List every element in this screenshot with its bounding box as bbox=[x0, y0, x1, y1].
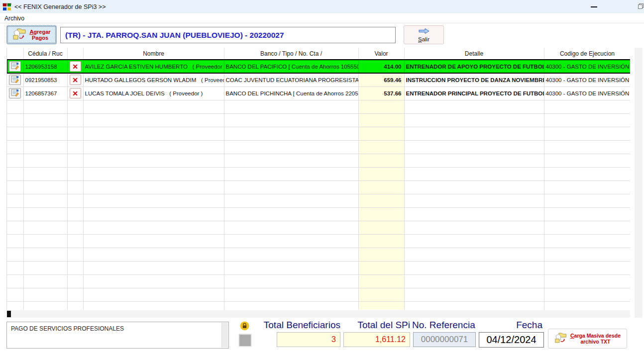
codigo-cell bbox=[544, 140, 630, 154]
header-codigo: Codigo de Ejecucion bbox=[544, 48, 630, 60]
delete-row-button[interactable]: ✕ bbox=[70, 61, 81, 72]
add-payments-folder-icon bbox=[12, 28, 27, 42]
codigo-cell: 40300 - GASTO DE INVERSIÓN bbox=[544, 87, 630, 100]
delete-row-button[interactable]: ✕ bbox=[70, 88, 81, 98]
minimize-button[interactable] bbox=[583, 0, 604, 13]
valor-cell bbox=[358, 194, 404, 207]
codigo-cell bbox=[544, 274, 630, 288]
codigo-cell bbox=[544, 288, 630, 301]
cedula-cell bbox=[23, 100, 67, 113]
edit-cell bbox=[7, 180, 23, 194]
codigo-cell bbox=[544, 301, 630, 310]
menu-bar: Archivo bbox=[0, 13, 644, 23]
nombre-cell bbox=[83, 261, 224, 274]
codigo-cell bbox=[544, 167, 630, 180]
agregar-pagos-button[interactable]: AgregarPagos bbox=[6, 25, 57, 44]
carga-masiva-button[interactable]: Carga Masiva desdearchivo TXT bbox=[548, 329, 627, 349]
cedula-cell bbox=[23, 154, 67, 167]
detalle-cell bbox=[404, 167, 544, 180]
concepto-textarea[interactable]: PAGO DE SERVICIOS PROFESIONALES bbox=[6, 322, 229, 349]
edit-cell bbox=[7, 234, 23, 248]
valor-cell bbox=[358, 207, 404, 221]
gray-square-button[interactable] bbox=[238, 334, 252, 347]
valor-cell: 537.66 bbox=[358, 87, 404, 100]
header-edit-column bbox=[7, 48, 23, 60]
table-row-empty bbox=[7, 194, 630, 207]
edit-row-button[interactable] bbox=[9, 88, 21, 98]
edit-cell bbox=[7, 113, 23, 127]
codigo-cell bbox=[544, 234, 630, 248]
delete-cell bbox=[67, 261, 83, 274]
maximize-button[interactable] bbox=[630, 0, 644, 13]
lock-icon bbox=[240, 321, 249, 331]
table-row[interactable]: 0921950853✕HURTADO GALLEGOS GERSON WLADI… bbox=[7, 73, 630, 87]
delete-cell bbox=[67, 234, 83, 248]
table-body: 1206953158✕AVILEZ GARCIA ESTIVEN HUMBERT… bbox=[7, 60, 630, 310]
delete-cell bbox=[67, 140, 83, 154]
edit-cell bbox=[7, 274, 23, 288]
edit-cell bbox=[7, 154, 23, 167]
banco-cell bbox=[224, 154, 358, 167]
banco-cell bbox=[224, 167, 358, 180]
banco-cell bbox=[224, 180, 358, 194]
banco-cell: BANCO DEL PACIFICO [ Cuenta de Ahorros 1… bbox=[224, 60, 358, 73]
header-delete-column bbox=[67, 48, 83, 60]
banco-cell bbox=[224, 140, 358, 154]
banco-cell bbox=[224, 113, 358, 127]
table-row[interactable]: 1206857367✕LUCAS TOMALA JOEL DEIVIS ( Pr… bbox=[7, 87, 630, 100]
nombre-cell bbox=[83, 127, 224, 140]
table-row[interactable]: 1206953158✕AVILEZ GARCIA ESTIVEN HUMBERT… bbox=[7, 60, 630, 73]
cedula-cell: 0921950853 bbox=[23, 73, 67, 87]
total-beneficiarios-field: 3 bbox=[277, 332, 340, 347]
edit-row-button[interactable] bbox=[9, 61, 21, 72]
valor-cell bbox=[358, 301, 404, 310]
menu-archivo[interactable]: Archivo bbox=[0, 14, 29, 23]
banco-cell: BANCO DEL PICHINCHA [ Cuenta de Ahorros … bbox=[224, 87, 358, 100]
header-nombre: Nombre bbox=[83, 48, 224, 60]
fecha-field[interactable]: 04/12/2024 bbox=[479, 332, 544, 348]
horizontal-scrollbar[interactable] bbox=[6, 310, 630, 318]
delete-row-button[interactable]: ✕ bbox=[70, 75, 81, 85]
edit-row-button[interactable] bbox=[9, 75, 21, 85]
table-row-empty bbox=[7, 154, 630, 167]
header-banco: Banco / Tipo / No. Cta / bbox=[224, 48, 358, 60]
table-row-empty bbox=[7, 261, 630, 274]
table-row-empty bbox=[7, 140, 630, 154]
nombre-cell: HURTADO GALLEGOS GERSON WLADIM ( Proveed… bbox=[83, 73, 224, 87]
cedula-cell: 1206953158 bbox=[23, 60, 67, 73]
banco-cell: COAC JUVENTUD ECUATORIANA PROGRESISTA LT… bbox=[224, 73, 358, 87]
delete-x-icon: ✕ bbox=[72, 77, 78, 84]
minimize-icon bbox=[591, 6, 597, 7]
cedula-cell bbox=[23, 140, 67, 154]
entity-title-field[interactable]: (TR) - JTA. PARROQ.SAN JUAN (PUEBLOVIEJO… bbox=[60, 27, 396, 43]
edit-form-icon bbox=[11, 76, 19, 85]
table-row-empty bbox=[7, 221, 630, 234]
valor-cell bbox=[358, 221, 404, 234]
codigo-cell bbox=[544, 248, 630, 261]
edit-form-icon bbox=[11, 89, 19, 98]
detalle-cell bbox=[404, 180, 544, 194]
valor-cell bbox=[358, 100, 404, 113]
concepto-scrollbar[interactable] bbox=[221, 323, 228, 348]
edit-form-icon bbox=[11, 62, 19, 71]
codigo-cell bbox=[544, 100, 630, 113]
cedula-cell bbox=[23, 288, 67, 301]
banco-cell bbox=[224, 100, 358, 113]
horizontal-scrollbar-thumb[interactable] bbox=[7, 311, 11, 317]
detalle-cell bbox=[404, 127, 544, 140]
cedula-cell bbox=[23, 127, 67, 140]
codigo-cell bbox=[544, 221, 630, 234]
salir-button[interactable]: Salir bbox=[404, 25, 444, 44]
banco-cell bbox=[224, 288, 358, 301]
edit-cell bbox=[7, 207, 23, 221]
detalle-cell bbox=[404, 234, 544, 248]
nombre-cell bbox=[83, 288, 224, 301]
table-row-empty bbox=[7, 167, 630, 180]
detalle-cell bbox=[404, 301, 544, 310]
table-row-empty bbox=[7, 301, 630, 310]
delete-cell bbox=[67, 180, 83, 194]
detalle-cell bbox=[404, 221, 544, 234]
codigo-cell bbox=[544, 154, 630, 167]
vertical-scrollbar[interactable] bbox=[635, 48, 643, 318]
nombre-cell bbox=[83, 234, 224, 248]
